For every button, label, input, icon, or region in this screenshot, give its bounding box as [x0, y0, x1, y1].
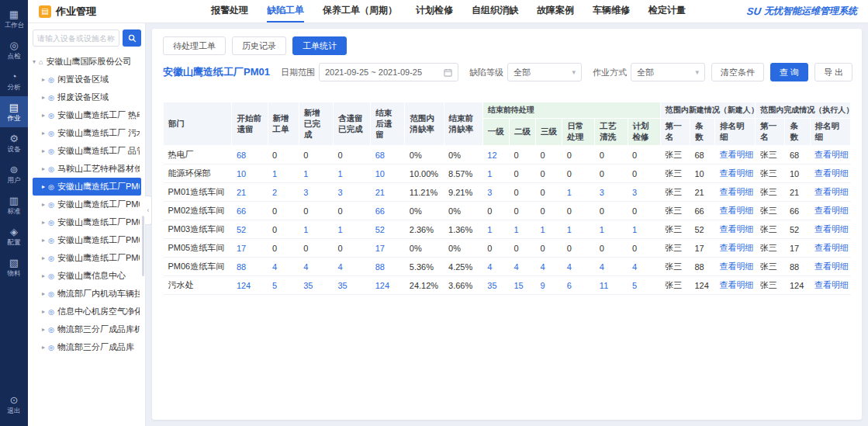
tree-item-14[interactable]: ▸◎信息中心机房空气净化: [33, 303, 141, 320]
menu-item-alarm-handling[interactable]: 报警处理: [211, 0, 248, 23]
view-detail-link[interactable]: 查看明细: [814, 243, 849, 252]
cell-end-left[interactable]: 17: [371, 239, 405, 258]
cell-incl-done[interactable]: 35: [333, 276, 370, 295]
cell-end-left[interactable]: 10: [371, 165, 405, 183]
tree-item-8[interactable]: ▸◎安徽山鹰造纸工厂PM02: [33, 196, 141, 213]
cell-pending-1[interactable]: 1: [482, 165, 509, 183]
sidebar-scrollbar[interactable]: [142, 216, 144, 276]
tree-item-12[interactable]: ▸◎安徽山鹰信息中心: [33, 267, 141, 285]
menu-item-fault-case[interactable]: 故障案例: [537, 0, 574, 23]
menu-item-calibration[interactable]: 检定计量: [648, 0, 686, 23]
view-detail-link[interactable]: 查看明细: [720, 187, 754, 196]
navbar-item-user[interactable]: ⊚用户: [0, 158, 28, 189]
cell-pending-4[interactable]: 6: [562, 276, 595, 295]
view-detail-link[interactable]: 查看明细: [720, 206, 754, 215]
cell-start-left[interactable]: 52: [232, 220, 268, 239]
menu-item-vehicle-repair[interactable]: 车辆维修: [593, 0, 630, 23]
cell-pending-1[interactable]: 4: [482, 258, 509, 276]
cell-end-left[interactable]: 124: [371, 276, 405, 295]
cell-pending-3[interactable]: 4: [536, 258, 562, 276]
tree-item-15[interactable]: ▸◎物流部三分厂成品库机口: [33, 320, 141, 338]
cell-pending-5[interactable]: 11: [595, 276, 628, 295]
navbar-item-logout[interactable]: ⊙退出: [0, 389, 28, 420]
cell-new-orders[interactable]: 5: [268, 276, 299, 295]
cell-incl-done[interactable]: 4: [333, 258, 370, 276]
date-range-input[interactable]: 2021-09-25 ~ 2021-09-25: [319, 63, 458, 81]
navbar-item-material[interactable]: ▧物料: [0, 251, 28, 282]
tree-item-6[interactable]: ▸◎马鞍山工艺特种器材使用: [33, 160, 141, 178]
cell-pending-4[interactable]: 1: [562, 220, 595, 239]
cell-pending-1[interactable]: 1: [482, 220, 509, 239]
tree-item-10[interactable]: ▸◎安徽山鹰造纸工厂PM04: [33, 231, 141, 249]
cell-new-done[interactable]: 1: [299, 165, 333, 183]
cell-end-left[interactable]: 66: [371, 202, 405, 220]
tree-item-9[interactable]: ▸◎安徽山鹰造纸工厂PM03: [33, 213, 141, 231]
view-detail-link[interactable]: 查看明细: [720, 261, 754, 271]
cell-incl-done[interactable]: 1: [333, 220, 370, 239]
view-detail-link[interactable]: 查看明细: [720, 280, 754, 289]
cell-pending-2[interactable]: 15: [509, 276, 535, 295]
tree-item-5[interactable]: ▸◎安徽山鹰造纸工厂 品管/厂: [33, 142, 141, 160]
query-button[interactable]: 查 询: [770, 63, 808, 81]
cell-pending-4[interactable]: 1: [562, 183, 595, 202]
sidebar-collapse-handle[interactable]: ‹: [145, 196, 152, 225]
search-button[interactable]: [123, 29, 141, 47]
cell-pending-6[interactable]: 5: [628, 276, 660, 295]
view-detail-link[interactable]: 查看明细: [814, 187, 849, 196]
tree-item-2[interactable]: ▸◎报废设备区域: [33, 88, 141, 106]
cell-start-left[interactable]: 66: [232, 202, 268, 220]
view-detail-link[interactable]: 查看明细: [814, 168, 849, 178]
navbar-item-spot-check[interactable]: ◎点检: [0, 34, 28, 65]
cell-pending-1[interactable]: 12: [482, 146, 509, 165]
tab-order-stats[interactable]: 工单统计: [292, 36, 347, 55]
tree-item-1[interactable]: ▸◎闲置设备区域: [33, 71, 141, 88]
cell-pending-1[interactable]: 3: [482, 183, 509, 202]
cell-start-left[interactable]: 88: [232, 258, 268, 276]
cell-incl-done[interactable]: 3: [333, 183, 370, 202]
tree-item-7[interactable]: ▸◎安徽山鹰造纸工厂PM01: [33, 178, 141, 196]
work-mode-select[interactable]: 全部 ▾: [631, 63, 705, 81]
tree-item-16[interactable]: ▸◎物流部三分厂成品库: [33, 338, 141, 356]
view-detail-link[interactable]: 查看明细: [814, 206, 849, 215]
tree-item-4[interactable]: ▸◎安徽山鹰造纸工厂 污水处: [33, 124, 141, 142]
cell-pending-6[interactable]: 4: [628, 258, 660, 276]
cell-start-left[interactable]: 17: [232, 239, 268, 258]
search-input[interactable]: [33, 29, 119, 47]
cell-pending-2[interactable]: 4: [509, 258, 535, 276]
view-detail-link[interactable]: 查看明细: [814, 280, 849, 289]
menu-item-planned-overhaul[interactable]: 计划检修: [416, 0, 453, 23]
cell-pending-3[interactable]: 9: [536, 276, 562, 295]
navbar-item-workbench[interactable]: ▦工作台: [0, 3, 28, 34]
cell-new-orders[interactable]: 1: [268, 165, 299, 183]
cell-new-done[interactable]: 35: [299, 276, 333, 295]
cell-pending-3[interactable]: 1: [536, 220, 562, 239]
cell-start-left[interactable]: 68: [232, 146, 268, 165]
export-button[interactable]: 导 出: [814, 63, 852, 81]
tree-item-13[interactable]: ▸◎物流部厂内机动车辆挂夹: [33, 285, 141, 303]
cell-pending-5[interactable]: 3: [595, 183, 628, 202]
cell-pending-1[interactable]: 35: [482, 276, 509, 295]
cell-end-left[interactable]: 68: [371, 146, 405, 165]
tree-item-11[interactable]: ▸◎安徽山鹰造纸工厂PM06: [33, 249, 141, 267]
cell-pending-6[interactable]: 1: [628, 220, 660, 239]
cell-pending-6[interactable]: 3: [628, 183, 660, 202]
cell-start-left[interactable]: 21: [232, 183, 268, 202]
view-detail-link[interactable]: 查看明细: [720, 168, 754, 178]
tree-item-3[interactable]: ▸◎安徽山鹰造纸工厂 热电厂: [33, 106, 141, 124]
menu-item-maintenance-order[interactable]: 保养工单（周期）: [323, 0, 397, 23]
cell-pending-2[interactable]: 1: [509, 220, 535, 239]
navbar-item-analysis[interactable]: ◔分析: [0, 65, 28, 96]
view-detail-link[interactable]: 查看明细: [720, 224, 754, 234]
cell-end-left[interactable]: 88: [371, 258, 405, 276]
clear-filters-button[interactable]: 清空条件: [711, 63, 764, 81]
cell-pending-5[interactable]: 1: [595, 220, 628, 239]
cell-end-left[interactable]: 52: [371, 220, 405, 239]
cell-start-left[interactable]: 124: [232, 276, 268, 295]
view-detail-link[interactable]: 查看明细: [720, 150, 754, 159]
view-detail-link[interactable]: 查看明细: [814, 261, 849, 271]
navbar-item-standard[interactable]: ▥标准: [0, 189, 28, 220]
cell-new-done[interactable]: 1: [299, 220, 333, 239]
navbar-item-config[interactable]: ◈配置: [0, 220, 28, 251]
cell-end-left[interactable]: 21: [371, 183, 405, 202]
tab-history[interactable]: 历史记录: [232, 36, 286, 55]
